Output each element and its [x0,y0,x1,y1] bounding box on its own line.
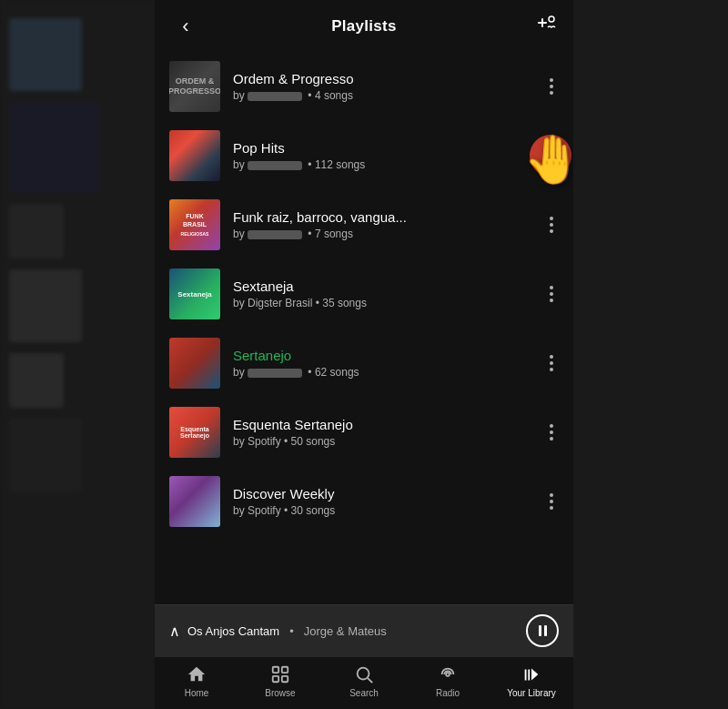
more-options-button[interactable] [544,75,559,98]
search-icon [354,664,374,684]
playlist-artwork [169,476,220,527]
nav-item-home[interactable]: Home [169,664,224,698]
playlist-name: Pop Hits [233,140,559,156]
playlist-meta: by • 4 songs [233,89,544,102]
browse-icon [270,664,290,684]
separator: • [289,624,294,638]
list-item[interactable]: FUNKBRASILRELIGIOSAS Funk raiz, barroco,… [155,190,573,259]
list-item[interactable]: ORDEM &PROGRESSO Ordem & Progresso by • … [155,52,573,121]
list-item[interactable]: Sextaneja Sextaneja by Digster Brasil • … [155,259,573,329]
playlist-artwork: Sextaneja [169,268,220,319]
now-playing-info: ∧ Os Anjos Cantam • Jorge & Mateus [169,623,387,640]
playlist-artwork: FUNKBRASILRELIGIOSAS [169,199,220,250]
back-button[interactable]: ‹ [171,15,200,38]
add-music-icon [535,13,557,35]
nav-label-home: Home [185,688,209,698]
nav-item-library[interactable]: Your Library [504,664,559,698]
more-options-button[interactable] [544,490,559,513]
playlist-info: Sertanejo by • 62 songs [233,348,544,379]
playlist-name: Sertanejo [233,348,544,363]
svg-point-2 [549,16,554,22]
now-playing-artist: Jorge & Mateus [304,624,387,638]
blurred-creator [248,161,302,170]
bottom-nav: Home Browse Search Radio [155,656,573,709]
svg-rect-5 [273,676,278,682]
main-content: ‹ Playlists ORDEM &PROGRESSO Ordem & Pro… [155,0,573,709]
playlist-info: Discover Weekly by Spotify • 30 songs [233,486,544,517]
now-playing-title: Os Anjos Cantam [187,624,279,638]
list-item[interactable]: EsquentaSertanejo Esquenta Sertanejo by … [155,398,573,467]
pause-icon [539,625,547,636]
playlist-name: Ordem & Progresso [233,71,544,86]
nav-label-search: Search [349,688,379,698]
collapse-icon: ∧ [169,623,180,640]
more-options-button[interactable] [544,420,559,444]
playlist-name: Esquenta Sertanejo [233,417,544,432]
more-options-active-button[interactable] [530,135,571,177]
blurred-creator [248,369,302,378]
pause-button[interactable] [526,614,559,647]
nav-item-search[interactable]: Search [337,664,391,698]
nav-label-radio: Radio [436,688,460,698]
playlist-meta: by • 112 songs [233,158,559,171]
add-playlist-button[interactable] [528,13,557,39]
playlist-info: Ordem & Progresso by • 4 songs [233,71,544,102]
playlist-artwork: EsquentaSertanejo [169,407,220,458]
home-icon [187,664,207,684]
playlist-meta: by • 62 songs [233,366,544,379]
playlist-name: Discover Weekly [233,486,544,501]
playlist-artwork: ORDEM &PROGRESSO [169,61,220,112]
nav-item-browse[interactable]: Browse [253,664,308,698]
more-options-button[interactable] [544,351,559,375]
playlist-meta: by Spotify • 30 songs [233,504,544,517]
svg-rect-6 [282,676,288,682]
playlist-info: Sextaneja by Digster Brasil • 35 songs [233,279,544,309]
more-options-button[interactable] [544,282,559,306]
blurred-creator [248,92,302,101]
page-title: Playlists [331,17,397,35]
nav-label-browse: Browse [265,688,295,698]
list-item[interactable]: Discover Weekly by Spotify • 30 songs [155,467,573,536]
list-item[interactable]: Sertanejo by • 62 songs [155,329,573,398]
svg-rect-4 [282,667,288,673]
svg-point-7 [358,668,369,680]
library-icon [521,664,541,684]
svg-point-9 [446,673,450,676]
more-options-button[interactable] [544,213,559,237]
blurred-creator [248,230,302,239]
playlist-list: ORDEM &PROGRESSO Ordem & Progresso by • … [155,52,573,604]
playlist-info: Pop Hits by • 112 songs [233,140,559,171]
nav-label-library: Your Library [507,688,556,698]
left-sidebar [0,0,155,709]
svg-line-8 [368,678,372,683]
list-item[interactable]: Pop Hits by • 112 songs 🤚 [155,121,573,190]
playlist-artwork [169,338,220,389]
playlist-artwork [169,130,220,181]
radio-icon [438,664,458,684]
playlist-name: Funk raiz, barroco, vangua... [233,209,544,225]
header: ‹ Playlists [155,0,573,52]
nav-item-radio[interactable]: Radio [420,664,475,698]
playlist-meta: by • 7 songs [233,228,544,240]
playlist-meta: by Digster Brasil • 35 songs [233,297,544,309]
playlist-name: Sextaneja [233,279,544,294]
svg-rect-3 [273,667,278,673]
playlist-info: Esquenta Sertanejo by Spotify • 50 songs [233,417,544,448]
playlist-info: Funk raiz, barroco, vangua... by • 7 son… [233,209,544,240]
now-playing-bar[interactable]: ∧ Os Anjos Cantam • Jorge & Mateus [155,604,573,656]
playlist-meta: by Spotify • 50 songs [233,435,544,448]
svg-rect-1 [541,18,543,27]
